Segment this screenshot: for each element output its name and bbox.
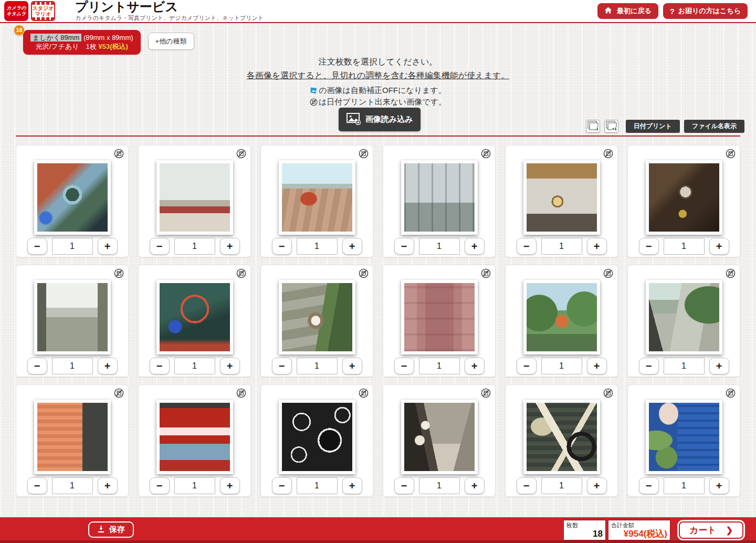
- increase-quantity-button[interactable]: +: [98, 477, 118, 494]
- quantity-input[interactable]: [419, 238, 460, 255]
- increase-quantity-button[interactable]: +: [220, 358, 240, 374]
- other-product-types-button[interactable]: +他の種類: [148, 33, 194, 50]
- quantity-input[interactable]: [664, 358, 705, 374]
- decrease-quantity-button[interactable]: −: [517, 477, 537, 494]
- quantity-input[interactable]: [52, 358, 93, 374]
- increase-quantity-button[interactable]: +: [587, 358, 607, 374]
- no-date-print-icon: [114, 388, 124, 398]
- quantity-stepper: − +: [506, 238, 617, 255]
- quantity-input[interactable]: [297, 358, 338, 374]
- increase-quantity-button[interactable]: +: [709, 358, 729, 374]
- quantity-input[interactable]: [297, 238, 338, 255]
- decrease-quantity-button[interactable]: −: [27, 238, 47, 255]
- page-title: プリントサービス: [75, 0, 264, 14]
- increase-quantity-button[interactable]: +: [342, 238, 362, 255]
- quantity-input[interactable]: [52, 238, 93, 255]
- quantity-input[interactable]: [174, 238, 215, 255]
- decrease-quantity-button[interactable]: −: [150, 358, 170, 374]
- photo-card: − +: [383, 384, 496, 497]
- decrease-quantity-button[interactable]: −: [394, 477, 414, 494]
- increase-quantity-button[interactable]: +: [220, 238, 240, 255]
- quantity-stepper: − +: [383, 358, 495, 374]
- increase-quantity-button[interactable]: +: [465, 238, 485, 255]
- photo-thumbnail[interactable]: [523, 400, 600, 474]
- photo-thumbnail[interactable]: [401, 160, 478, 235]
- quantity-input[interactable]: [419, 477, 460, 494]
- decrease-quantity-button[interactable]: −: [517, 358, 537, 374]
- section-divider: [16, 135, 740, 137]
- photo-thumbnail[interactable]: [156, 160, 233, 235]
- increase-all-quantities-button[interactable]: +1: [604, 120, 618, 133]
- date-print-button[interactable]: 日付プリント: [626, 120, 680, 133]
- quantity-input[interactable]: [174, 358, 215, 374]
- decrease-quantity-button[interactable]: −: [150, 477, 170, 494]
- increase-quantity-button[interactable]: +: [587, 477, 607, 494]
- quantity-input[interactable]: [541, 358, 582, 374]
- kiss-sign-photo: [160, 163, 230, 232]
- decrease-all-label: -1: [595, 127, 598, 131]
- decrease-quantity-button[interactable]: −: [639, 238, 659, 255]
- show-filenames-button[interactable]: ファイル名表示: [684, 120, 744, 133]
- increase-quantity-button[interactable]: +: [98, 358, 118, 374]
- photo-card: − +: [627, 145, 740, 257]
- increase-quantity-button[interactable]: +: [709, 477, 729, 494]
- quantity-input[interactable]: [541, 238, 582, 255]
- photo-thumbnail[interactable]: [34, 160, 111, 235]
- question-icon: ?: [670, 7, 675, 16]
- decrease-quantity-button[interactable]: −: [639, 358, 659, 374]
- quantity-input[interactable]: [174, 477, 215, 494]
- quantity-input[interactable]: [419, 358, 460, 374]
- increase-quantity-button[interactable]: +: [465, 358, 485, 374]
- decrease-quantity-button[interactable]: −: [272, 238, 292, 255]
- load-images-button[interactable]: 画像読み込み: [339, 108, 421, 131]
- decrease-quantity-button[interactable]: −: [272, 477, 292, 494]
- quantity-stepper: − +: [139, 477, 250, 494]
- decrease-quantity-button[interactable]: −: [27, 477, 47, 494]
- photo-thumbnail[interactable]: [34, 280, 111, 354]
- quantity-input[interactable]: [52, 477, 93, 494]
- decrease-quantity-button[interactable]: −: [394, 238, 414, 255]
- decrease-quantity-button[interactable]: −: [272, 358, 292, 374]
- decrease-quantity-button[interactable]: −: [150, 238, 170, 255]
- decrease-quantity-button[interactable]: −: [517, 238, 537, 255]
- photo-thumbnail[interactable]: [156, 400, 233, 474]
- back-to-start-button[interactable]: 最初に戻る: [597, 3, 658, 19]
- photo-thumbnail[interactable]: [156, 280, 233, 354]
- increase-quantity-button[interactable]: +: [709, 238, 729, 255]
- quantity-input[interactable]: [664, 238, 705, 255]
- quantity-input[interactable]: [297, 477, 338, 494]
- photo-card: − +: [505, 145, 618, 257]
- orange-lantern-photo: [37, 403, 108, 471]
- photo-thumbnail[interactable]: [646, 160, 722, 235]
- increase-quantity-button[interactable]: +: [220, 477, 240, 494]
- decrease-quantity-button[interactable]: −: [639, 477, 659, 494]
- increase-quantity-button[interactable]: +: [465, 477, 485, 494]
- help-button[interactable]: ? お困りの方はこちら: [663, 3, 748, 19]
- photo-thumbnail[interactable]: [279, 400, 355, 474]
- edit-functions-link[interactable]: 各画像を選択すると、見切れの調整を含む各種編集機能が使えます。: [247, 70, 510, 81]
- photo-card: − +: [627, 384, 740, 497]
- no-date-print-icon: [236, 388, 246, 398]
- cart-button[interactable]: カート ❯: [677, 520, 745, 540]
- decrease-quantity-button[interactable]: −: [394, 358, 414, 374]
- photo-thumbnail[interactable]: [646, 400, 722, 474]
- photo-thumbnail[interactable]: [523, 160, 600, 235]
- increase-quantity-button[interactable]: +: [98, 238, 118, 255]
- increase-quantity-button[interactable]: +: [587, 238, 607, 255]
- photo-thumbnail[interactable]: [646, 280, 722, 354]
- increase-quantity-button[interactable]: +: [342, 477, 362, 494]
- decrease-quantity-button[interactable]: −: [27, 358, 47, 374]
- photo-thumbnail[interactable]: [279, 160, 355, 235]
- photo-thumbnail[interactable]: [401, 400, 478, 474]
- increase-quantity-button[interactable]: +: [342, 358, 362, 374]
- decrease-all-quantities-button[interactable]: -1: [586, 120, 600, 133]
- save-button[interactable]: 保存: [88, 521, 134, 538]
- quantity-input[interactable]: [541, 477, 582, 494]
- photo-thumbnail[interactable]: [401, 280, 478, 354]
- instruction-line3: の画像は自動補正OFFになります。: [0, 86, 756, 96]
- no-date-print-icon: [726, 388, 736, 398]
- photo-thumbnail[interactable]: [523, 280, 600, 354]
- quantity-input[interactable]: [664, 477, 705, 494]
- photo-thumbnail[interactable]: [34, 400, 111, 474]
- photo-thumbnail[interactable]: [279, 280, 355, 354]
